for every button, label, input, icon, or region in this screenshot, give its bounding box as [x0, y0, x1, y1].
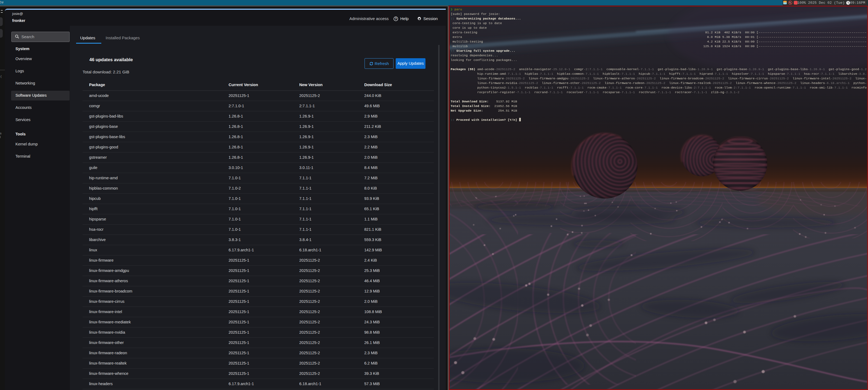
svg-text:?: ?	[395, 17, 397, 20]
